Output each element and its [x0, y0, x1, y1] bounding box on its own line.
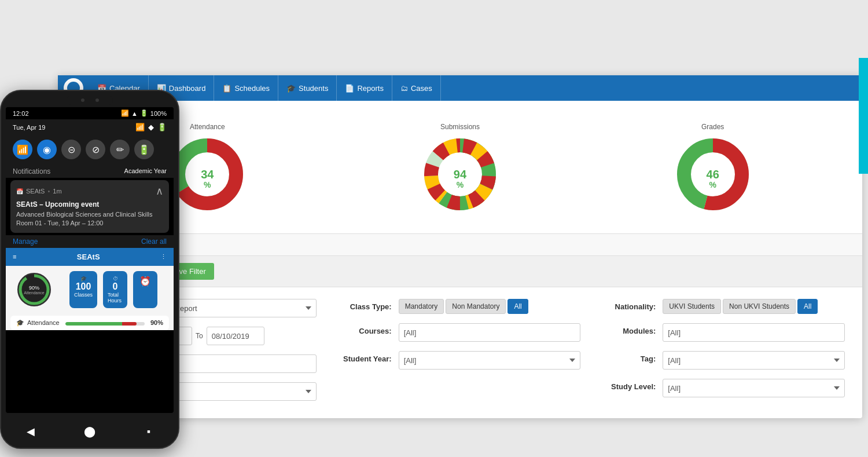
phone-status-bar: 12:02 📶 ▲ 🔋 100% — [6, 107, 174, 119]
nav-item-reports[interactable]: 📄 Reports — [337, 75, 392, 101]
class-type-non-mandatory[interactable]: Non Mandatory — [446, 299, 506, 314]
notification-card: 📅 SEAtS • 1m ∧ SEAtS – Upcoming event Ad… — [10, 180, 169, 233]
nationality-toggle-group: UKVI Students Non UKVI Students All — [663, 299, 818, 314]
battery-icon: 🔋 — [140, 109, 148, 117]
phone-nav-bar: ◀ ⬤ ▪ — [1, 415, 178, 448]
clock-stat-box: ⏰ — [133, 271, 157, 308]
phone-date: Tue, Apr 19 — [13, 124, 45, 131]
student-year-label: Student Year: — [340, 351, 392, 363]
class-type-all[interactable]: All — [507, 299, 528, 314]
battery-quick-icon: 🔋 — [157, 123, 167, 131]
signal-icon: ▲ — [131, 110, 138, 117]
tag-row: Tag: [All] — [604, 351, 845, 370]
classes-value: 100 — [76, 281, 91, 292]
phone-date-bar: Tue, Apr 19 📶 ◆ 🔋 — [6, 119, 174, 135]
teal-accent-bar — [859, 58, 868, 174]
manage-label[interactable]: Manage — [13, 237, 38, 246]
phone-quick-icons: 📶 ◆ 🔋 — [135, 123, 167, 131]
battery-percent: 100% — [150, 110, 167, 117]
phone-app-header: ≡ SEAtS ⋮ — [6, 248, 174, 266]
nationality-ukvi[interactable]: UKVI Students — [663, 299, 721, 314]
notif-time-ago: 1m — [53, 188, 61, 195]
courses-label: Courses: — [340, 323, 392, 335]
study-level-label: Study Level: — [604, 379, 656, 391]
modules-label: Modules: — [604, 323, 656, 335]
modules-input[interactable] — [663, 323, 845, 342]
reports-icon: 📄 — [345, 84, 354, 93]
bottom-attendance-bar: 🎓 Attendance 90% — [10, 316, 169, 330]
notif-expand-btn[interactable]: ∧ — [156, 185, 163, 198]
submissions-percent: 94 — [454, 167, 466, 181]
grades-chart: Grades 46 % — [675, 123, 751, 212]
notif-event-title: SEAtS – Upcoming event — [16, 200, 163, 209]
nationality-all[interactable]: All — [797, 299, 818, 314]
phone-icon-bt[interactable]: ◉ — [37, 140, 57, 159]
attendance-title: Attendance — [190, 123, 225, 131]
phone-time: 12:02 — [13, 110, 29, 117]
nationality-label: Nationality: — [604, 299, 656, 311]
notif-card-header: 📅 SEAtS • 1m ∧ — [16, 185, 163, 198]
speaker-dot — [95, 98, 99, 102]
nav-item-schedules[interactable]: 📋 Schedules — [214, 75, 278, 101]
cases-icon: 🗂 — [400, 84, 408, 93]
phone-icon-flash[interactable]: ⊘ — [86, 140, 105, 159]
phone-notif-title: Notifications — [13, 167, 50, 176]
class-type-row: Class Type: Mandatory Non Mandatory All — [340, 299, 581, 314]
bottom-attendance-pct: 90% — [150, 319, 163, 326]
student-year-select[interactable]: [All] Year 1 Year 2 Year 3 — [399, 351, 581, 370]
submissions-donut: 94 % — [422, 137, 498, 212]
phone-icon-pen[interactable]: ✏ — [110, 140, 130, 159]
nationality-non-ukvi[interactable]: Non UKVI Students — [723, 299, 796, 314]
phone-camera-notch — [67, 96, 113, 105]
notif-event-body: Advanced Biological Sciences and Clinica… — [16, 210, 163, 228]
phone-icon-battery[interactable]: 🔋 — [134, 140, 154, 159]
bt-quick-icon: ◆ — [148, 123, 154, 131]
student-year-row: Student Year: [All] Year 1 Year 2 Year 3 — [340, 351, 581, 370]
app-header-title: SEAtS — [77, 253, 100, 261]
class-type-label: Class Type: — [340, 299, 392, 311]
courses-row: Courses: — [340, 323, 581, 342]
nav-bar: 📅 Calendar 📊 Dashboard 📋 Schedules 🎓 Stu… — [58, 75, 862, 101]
phone-icon-dnd[interactable]: ⊝ — [61, 140, 81, 159]
notif-app-name: SEAtS — [26, 188, 45, 195]
attendance-bar-fill — [65, 322, 137, 326]
nav-item-students[interactable]: 🎓 Students — [278, 75, 337, 101]
tag-label: Tag: — [604, 351, 656, 363]
phone-icons-row: 📶 ◉ ⊝ ⊘ ✏ 🔋 — [6, 135, 174, 164]
attendance-chart: Attendance 34 % — [170, 123, 245, 212]
modules-row: Modules: — [604, 323, 845, 342]
grades-title: Grades — [701, 123, 724, 131]
attendance-donut: 34 % — [170, 137, 245, 212]
phone-icon-wifi[interactable]: 📶 — [13, 140, 32, 159]
phone-back-btn[interactable]: ◀ — [20, 421, 41, 442]
phone-home-btn[interactable]: ⬤ — [79, 421, 100, 442]
hours-label: Total Hours — [108, 292, 123, 304]
class-type-mandatory[interactable]: Mandatory — [399, 299, 444, 314]
phone-stats-row: 🎓 100 Classes ⏱ 0 Total Hours ⏰ — [62, 271, 164, 308]
phone-status-icons: 📶 ▲ 🔋 100% — [121, 109, 167, 117]
nav-item-cases[interactable]: 🗂 Cases — [392, 75, 441, 101]
study-level-row: Study Level: [All] — [604, 379, 845, 397]
courses-input[interactable] — [399, 323, 581, 342]
date-to-input[interactable] — [207, 327, 264, 345]
phone-recents-btn[interactable]: ▪ — [138, 421, 159, 442]
study-level-select[interactable]: [All] — [663, 379, 845, 397]
manage-row: Manage Clear all — [6, 235, 174, 248]
clear-all-label[interactable]: Clear all — [141, 237, 167, 246]
students-icon: 🎓 — [286, 84, 296, 93]
camera-dot — [81, 98, 84, 102]
classes-label: Classes — [74, 292, 93, 298]
hours-value: 0 — [113, 281, 118, 292]
phone-notif-header: Notifications Academic Year — [6, 164, 174, 178]
notif-event-line1: Advanced Biological Sciences and Clinica… — [16, 210, 163, 219]
nav-item-dashboard-label: Dashboard — [169, 84, 206, 93]
submissions-title: Submissions — [440, 123, 480, 131]
date-to-label: To — [196, 332, 203, 340]
wifi-icon: 📶 — [121, 109, 129, 117]
schedules-icon: 📋 — [222, 84, 231, 93]
bottom-attendance-label: Attendance — [27, 319, 60, 326]
tag-select[interactable]: [All] — [663, 351, 845, 370]
nav-item-reports-label: Reports — [357, 84, 384, 93]
phone-mockup: 12:02 📶 ▲ 🔋 100% Tue, Apr 19 📶 ◆ 🔋 📶 ◉ ⊝… — [0, 90, 179, 449]
notif-time: • — [47, 188, 50, 195]
